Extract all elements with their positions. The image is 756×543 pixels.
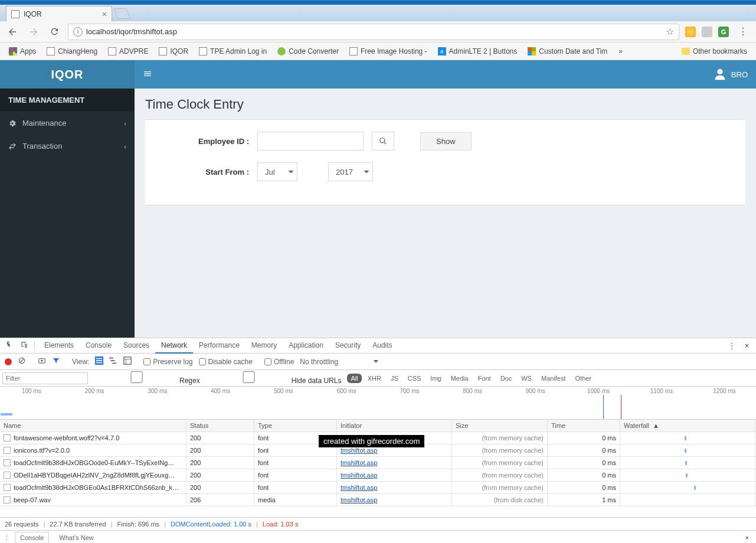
view-frames-icon[interactable] [123, 356, 132, 367]
devtools-tab-console[interactable]: Console [80, 338, 117, 354]
sidebar-item-transaction[interactable]: Transaction ‹ [0, 135, 135, 158]
filter-chip-font[interactable]: Font [474, 374, 495, 383]
svg-rect-5 [96, 358, 103, 359]
offline-checkbox[interactable]: Offline [264, 358, 294, 366]
devtools-tab-security[interactable]: Security [329, 338, 366, 354]
browser-tab[interactable]: IQOR × [6, 6, 112, 21]
bookmark-item[interactable]: TPE Admin Log in [195, 45, 271, 57]
site-info-icon[interactable]: i [73, 27, 83, 37]
drawer-tab-console[interactable]: Console [15, 532, 49, 544]
cell-initiator[interactable]: tmshiftot.asp [341, 496, 377, 503]
bookmarks-overflow-icon[interactable]: » [618, 47, 623, 55]
filter-chip-ws[interactable]: WS [518, 374, 535, 383]
month-select[interactable]: JanFebMarAprMayJunJulAugSepOctNovDec [257, 162, 297, 181]
menu-toggle-icon[interactable] [143, 69, 152, 80]
year-select[interactable]: 2015201620172018 [328, 162, 373, 181]
col-status[interactable]: Status [186, 420, 254, 431]
show-button[interactable]: Show [420, 132, 472, 151]
bookmark-item[interactable]: Free Image Hosting - [345, 45, 431, 57]
filter-chip-other[interactable]: Other [572, 374, 595, 383]
brand-logo[interactable]: IQOR [0, 60, 135, 89]
drawer-menu-icon[interactable]: ⋮ [4, 534, 10, 541]
preserve-log-checkbox[interactable]: Preserve log [143, 358, 192, 366]
cell-initiator[interactable]: tmshiftot.asp [341, 484, 377, 491]
bookmark-item[interactable]: Apps [5, 45, 40, 57]
table-row[interactable]: toadOcfmlt9b38dHJxOBGOode0-EuMkY--TSyExe… [0, 457, 756, 469]
table-row[interactable]: beep-07.wav206mediatmshiftot.asp(from di… [0, 494, 756, 506]
tab-close-icon[interactable]: × [102, 9, 107, 19]
devtools-tab-sources[interactable]: Sources [117, 338, 155, 354]
filter-chip-manifest[interactable]: Manifest [538, 374, 570, 383]
regex-checkbox[interactable]: Regex [94, 371, 200, 385]
extension-icon-grammarly[interactable]: G [718, 27, 729, 37]
hide-data-urls-checkbox[interactable]: Hide data URLs [206, 371, 342, 385]
extension-icon-1[interactable] [685, 27, 696, 37]
devtools-tab-application[interactable]: Application [283, 338, 329, 354]
table-row[interactable]: toadOcfmlt9b38dHJxOBGEo0As1BFRXtCDhS66zn… [0, 482, 756, 494]
filter-chip-css[interactable]: CSS [404, 374, 425, 383]
devtools-tab-memory[interactable]: Memory [246, 338, 283, 354]
devtools-tab-performance[interactable]: Performance [193, 338, 246, 354]
new-tab-button[interactable] [114, 8, 131, 19]
bookmark-item[interactable]: ChiangHeng [42, 45, 102, 57]
lookup-button[interactable] [372, 132, 394, 151]
col-time[interactable]: Time [548, 420, 620, 431]
user-menu[interactable]: BRO [714, 68, 748, 81]
filter-chip-media[interactable]: Media [447, 374, 472, 383]
view-list-icon[interactable] [95, 356, 103, 367]
employee-id-input[interactable] [257, 132, 364, 151]
extension-icon-2[interactable] [702, 27, 712, 37]
view-waterfall-icon[interactable] [109, 356, 117, 367]
throttling-select[interactable]: No throttling [300, 358, 338, 366]
inspect-icon[interactable] [4, 338, 17, 353]
tab-favicon [11, 10, 19, 18]
bookmark-item[interactable]: Code Converter [273, 45, 343, 57]
filter-chip-doc[interactable]: Doc [497, 374, 516, 383]
col-initiator[interactable]: Initiator [337, 420, 452, 431]
devtools-tab-elements[interactable]: Elements [38, 338, 80, 354]
bookmark-item[interactable]: aAdminLTE 2 | Buttons [434, 45, 522, 57]
col-waterfall[interactable]: Waterfall ▲ [620, 420, 756, 431]
filter-input[interactable] [2, 372, 88, 384]
drawer-tab-whatsnew[interactable]: What's New [54, 532, 99, 544]
devtools-tab-audits[interactable]: Audits [366, 338, 398, 354]
table-row[interactable]: ODelI1aHBYDBqgeIAH2zlNV_2ngZ8dMf8fLgjYEo… [0, 469, 756, 482]
record-icon[interactable] [5, 358, 12, 365]
col-size[interactable]: Size [452, 420, 548, 431]
bookmark-item[interactable]: ADVPRE [104, 45, 152, 57]
browser-menu-icon[interactable]: ⋮ [735, 26, 751, 37]
back-button[interactable] [5, 24, 20, 40]
sidebar-item-maintenance[interactable]: Maintenance ‹ [0, 112, 135, 135]
address-bar[interactable]: i localhost/iqor/tmshiftot.asp ☆ [68, 24, 679, 40]
reload-button[interactable] [47, 24, 62, 39]
cell-initiator[interactable]: tmshiftot.asp [341, 459, 377, 466]
filter-toggle-icon[interactable] [52, 356, 60, 367]
disable-cache-checkbox[interactable]: Disable cache [199, 358, 253, 366]
col-type[interactable]: Type [254, 420, 337, 431]
sidebar-item-label: Maintenance [22, 119, 66, 127]
capture-screenshot-icon[interactable] [38, 356, 46, 367]
col-name[interactable]: Name [0, 420, 186, 431]
devtools-menu-icon[interactable]: ⋮ [726, 339, 738, 352]
bookmark-item[interactable]: IQOR [155, 45, 192, 57]
devtools-close-icon[interactable]: × [741, 339, 752, 352]
filter-chip-img[interactable]: Img [427, 374, 444, 383]
device-toggle-icon[interactable] [18, 338, 31, 353]
clear-icon[interactable] [18, 356, 26, 367]
cell-size: (from memory cache) [452, 482, 548, 493]
filter-chip-js[interactable]: JS [387, 374, 402, 383]
bookmark-item[interactable]: Custom Date and Tim [523, 45, 611, 57]
devtools-tab-network[interactable]: Network [155, 338, 193, 354]
forward-button[interactable] [26, 24, 41, 40]
cell-time: 0 ms [548, 469, 620, 481]
network-timeline[interactable]: 100 ms200 ms300 ms400 ms500 ms600 ms700 … [0, 387, 756, 420]
filter-chip-all[interactable]: All [347, 374, 361, 383]
filter-chip-xhr[interactable]: XHR [364, 374, 385, 383]
drawer-close-icon[interactable]: × [742, 533, 752, 542]
bookmark-label: Apps [20, 47, 36, 55]
cell-initiator[interactable]: tmshiftot.asp [341, 447, 377, 454]
app-container: IQOR TIME MANAGEMENT Maintenance ‹ Trans… [0, 60, 756, 338]
cell-initiator[interactable]: tmshiftot.asp [341, 472, 377, 479]
bookmark-star-icon[interactable]: ☆ [666, 26, 674, 37]
other-bookmarks[interactable]: Other bookmarks [678, 45, 751, 57]
